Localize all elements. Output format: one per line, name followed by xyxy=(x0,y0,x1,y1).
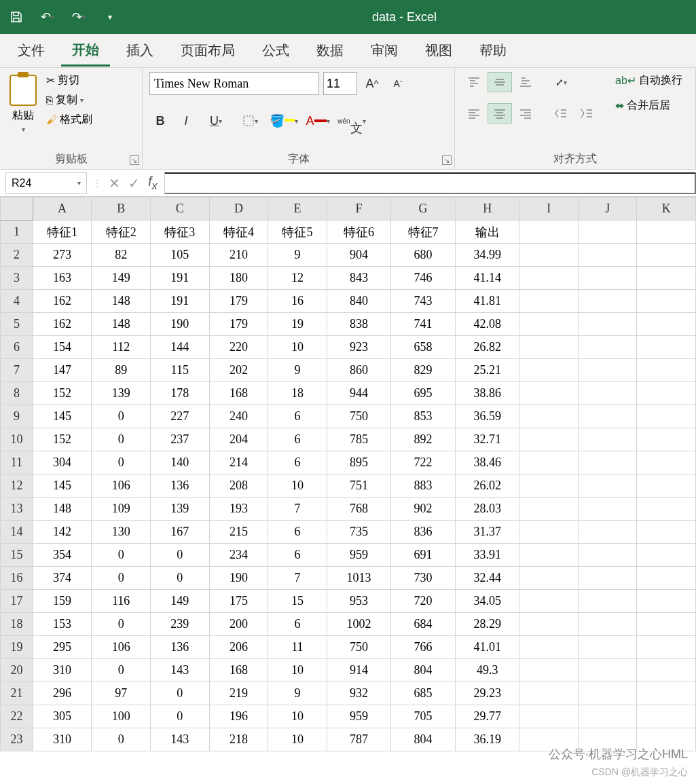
tab-formulas[interactable]: 公式 xyxy=(251,36,300,65)
row-header[interactable]: 23 xyxy=(1,728,33,751)
cell[interactable] xyxy=(637,567,696,590)
cell[interactable]: 237 xyxy=(150,428,209,451)
cell[interactable]: 7 xyxy=(268,498,327,521)
italic-button[interactable]: I xyxy=(175,110,197,132)
cell[interactable]: 144 xyxy=(150,336,209,359)
cell[interactable] xyxy=(519,313,578,336)
cell[interactable]: 766 xyxy=(391,636,456,659)
cell[interactable]: 1002 xyxy=(327,613,391,636)
cell[interactable]: 139 xyxy=(150,498,209,521)
font-color-button[interactable]: A▾ xyxy=(303,110,333,132)
cell[interactable]: 175 xyxy=(209,590,268,613)
cell[interactable] xyxy=(637,244,696,267)
cell[interactable]: 932 xyxy=(327,682,391,705)
cell[interactable]: 895 xyxy=(327,451,391,474)
cell[interactable]: 34.99 xyxy=(455,244,519,267)
row-header[interactable]: 8 xyxy=(1,382,33,405)
cell[interactable] xyxy=(519,498,578,521)
cell[interactable]: 785 xyxy=(327,428,391,451)
row-header[interactable]: 19 xyxy=(1,636,33,659)
cell[interactable]: 输出 xyxy=(455,221,519,244)
cell[interactable]: 162 xyxy=(33,313,92,336)
cell[interactable]: 210 xyxy=(209,244,268,267)
cell[interactable]: 196 xyxy=(209,705,268,728)
underline-button[interactable]: U ▾ xyxy=(201,110,231,132)
cell[interactable]: 959 xyxy=(327,544,391,567)
cell[interactable] xyxy=(519,382,578,405)
cell[interactable]: 304 xyxy=(33,451,92,474)
row-header[interactable]: 15 xyxy=(1,544,33,567)
cell[interactable]: 750 xyxy=(327,636,391,659)
cell[interactable] xyxy=(578,474,636,498)
col-header[interactable]: H xyxy=(455,198,519,221)
cell[interactable]: 295 xyxy=(33,636,92,659)
customize-qat-button[interactable]: ▾ xyxy=(100,7,120,26)
cell[interactable]: 148 xyxy=(33,498,92,521)
cell[interactable]: 145 xyxy=(33,474,92,498)
phonetic-button[interactable]: wén文▾ xyxy=(337,110,367,132)
cell[interactable]: 163 xyxy=(33,267,92,290)
row-header[interactable]: 6 xyxy=(1,336,33,359)
cell[interactable] xyxy=(637,336,696,359)
cell[interactable] xyxy=(637,267,696,290)
cell[interactable] xyxy=(637,359,696,382)
cell[interactable] xyxy=(637,313,696,336)
enter-formula-icon[interactable]: ✓ xyxy=(128,175,140,191)
tab-review[interactable]: 审阅 xyxy=(360,36,409,65)
row-header[interactable]: 16 xyxy=(1,567,33,590)
cell[interactable]: 152 xyxy=(33,428,92,451)
cell[interactable]: 130 xyxy=(92,521,151,544)
cell[interactable]: 310 xyxy=(33,728,92,751)
cell[interactable]: 6 xyxy=(268,428,327,451)
paste-button[interactable]: 粘贴 ▾ xyxy=(7,72,39,136)
tab-page-layout[interactable]: 页面布局 xyxy=(170,36,246,65)
cell[interactable]: 41.14 xyxy=(455,267,519,290)
cell[interactable] xyxy=(578,636,636,659)
cell[interactable]: 0 xyxy=(92,428,151,451)
format-painter-button[interactable]: 🖌格式刷 xyxy=(43,111,95,128)
cell[interactable]: 28.29 xyxy=(455,613,519,636)
cell[interactable]: 695 xyxy=(391,382,456,405)
cell[interactable]: 6 xyxy=(268,451,327,474)
cell[interactable]: 49.3 xyxy=(455,659,519,682)
cell[interactable]: 41.81 xyxy=(455,290,519,313)
cell[interactable]: 735 xyxy=(327,521,391,544)
cell[interactable] xyxy=(519,474,578,498)
cell[interactable]: 115 xyxy=(150,359,209,382)
row-header[interactable]: 7 xyxy=(1,359,33,382)
cell[interactable]: 167 xyxy=(150,521,209,544)
cell[interactable]: 168 xyxy=(209,382,268,405)
row-header[interactable]: 12 xyxy=(1,474,33,498)
cell[interactable]: 240 xyxy=(209,405,268,428)
cell[interactable]: 147 xyxy=(33,359,92,382)
cell[interactable]: 148 xyxy=(92,313,151,336)
cell[interactable]: 36.59 xyxy=(455,405,519,428)
cell[interactable]: 202 xyxy=(209,359,268,382)
cell[interactable]: 32.44 xyxy=(455,567,519,590)
cell[interactable]: 特征3 xyxy=(150,221,209,244)
row-header[interactable]: 1 xyxy=(1,221,33,244)
cell[interactable] xyxy=(519,544,578,567)
tab-file[interactable]: 文件 xyxy=(7,36,56,65)
cell[interactable]: 860 xyxy=(327,359,391,382)
cell[interactable]: 89 xyxy=(92,359,151,382)
cell[interactable]: 179 xyxy=(209,290,268,313)
cell[interactable]: 143 xyxy=(150,728,209,751)
cell[interactable] xyxy=(519,244,578,267)
row-header[interactable]: 14 xyxy=(1,521,33,544)
cell[interactable]: 180 xyxy=(209,267,268,290)
cell[interactable] xyxy=(637,659,696,682)
cell[interactable]: 42.08 xyxy=(455,313,519,336)
row-header[interactable]: 9 xyxy=(1,405,33,428)
cell[interactable]: 658 xyxy=(391,336,456,359)
cell[interactable] xyxy=(519,451,578,474)
cell[interactable]: 853 xyxy=(391,405,456,428)
cell[interactable] xyxy=(519,267,578,290)
cell[interactable]: 特征7 xyxy=(391,221,456,244)
save-button[interactable] xyxy=(7,7,26,26)
cell[interactable]: 208 xyxy=(209,474,268,498)
cell[interactable]: 0 xyxy=(92,405,151,428)
cell[interactable] xyxy=(519,636,578,659)
cell[interactable]: 0 xyxy=(150,567,209,590)
cell[interactable]: 751 xyxy=(327,474,391,498)
